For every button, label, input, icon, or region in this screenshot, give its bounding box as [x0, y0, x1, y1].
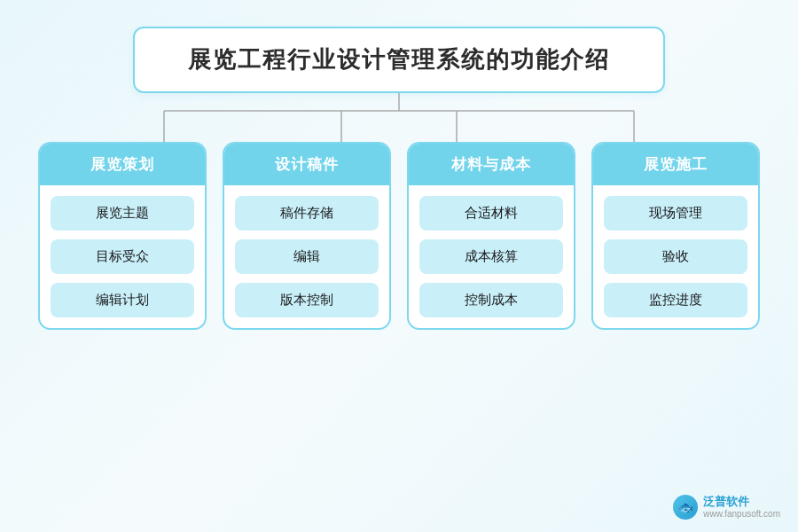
list-item: 成本核算 [419, 239, 563, 274]
brand-name: 泛普软件 [703, 495, 780, 509]
column-items-4: 现场管理 验收 监控进度 [593, 185, 758, 328]
list-item: 合适材料 [419, 196, 563, 231]
page-wrapper: 展览工程行业设计管理系统的功能介绍 展览策划 展览主题 目标受众 编辑计划 设计… [0, 0, 798, 532]
list-item: 现场管理 [604, 196, 747, 231]
column-sheji-gaojian: 设计稿件 稿件存储 编辑 版本控制 [223, 142, 391, 330]
watermark: 🐟 泛普软件 www.fanpusoft.com [673, 495, 780, 520]
list-item: 编辑计划 [51, 283, 194, 317]
column-items-2: 稿件存储 编辑 版本控制 [224, 185, 389, 328]
columns-container: 展览策划 展览主题 目标受众 编辑计划 设计稿件 稿件存储 编辑 版本控制 材料… [35, 142, 763, 330]
list-item: 稿件存储 [235, 196, 379, 231]
column-header-2: 设计稿件 [224, 144, 389, 185]
column-zhanlan-cehhua: 展览策划 展览主题 目标受众 编辑计划 [38, 142, 207, 330]
list-item: 验收 [604, 239, 747, 274]
page-title: 展览工程行业设计管理系统的功能介绍 [133, 27, 665, 93]
list-item: 版本控制 [235, 283, 379, 317]
column-header-1: 展览策划 [40, 144, 205, 185]
connector-area [89, 93, 709, 142]
brand-text: 泛普软件 www.fanpusoft.com [703, 495, 780, 520]
column-items-1: 展览主题 目标受众 编辑计划 [40, 185, 205, 328]
column-cailiao-chengben: 材料与成本 合适材料 成本核算 控制成本 [407, 142, 575, 330]
brand-icon: 🐟 [673, 495, 698, 520]
column-zhanlan-shigong: 展览施工 现场管理 验收 监控进度 [591, 142, 760, 330]
list-item: 目标受众 [51, 239, 194, 274]
column-items-3: 合适材料 成本核算 控制成本 [409, 185, 574, 328]
column-header-3: 材料与成本 [409, 144, 574, 185]
list-item: 监控进度 [604, 283, 747, 317]
brand-website: www.fanpusoft.com [703, 509, 780, 520]
list-item: 编辑 [235, 239, 379, 274]
list-item: 展览主题 [51, 196, 194, 231]
list-item: 控制成本 [419, 283, 563, 317]
column-header-4: 展览施工 [593, 144, 758, 185]
brand-icon-text: 🐟 [678, 500, 693, 514]
